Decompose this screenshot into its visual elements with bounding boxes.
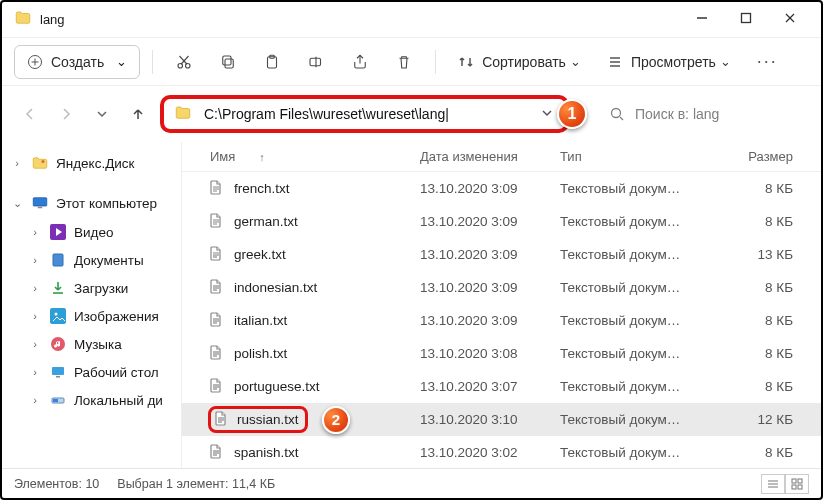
window-title: lang [40,12,65,27]
sidebar-item-label: Музыка [74,337,122,352]
file-icon [208,278,224,297]
search-placeholder: Поиск в: lang [635,106,719,122]
sidebar-item-music[interactable]: › Музыка [24,330,177,358]
chevron-right-icon: › [28,394,42,406]
file-row[interactable]: 2russian.txt13.10.2020 3:10Текстовый док… [182,403,821,436]
chevron-right-icon: › [28,338,42,350]
minimize-button[interactable] [691,10,713,29]
sidebar-item-pictures[interactable]: › Изображения [24,302,177,330]
svg-rect-66 [792,485,796,489]
svg-line-21 [620,117,623,120]
forward-button[interactable] [52,100,80,128]
file-row[interactable]: indonesian.txt13.10.2020 3:09Текстовый д… [182,271,821,304]
file-type: Текстовый докум… [560,346,720,361]
sidebar-item-desktop[interactable]: › Рабочий стол [24,358,177,386]
file-size: 8 КБ [720,214,813,229]
file-size: 8 КБ [720,313,813,328]
annotation-callout-2: 2 [322,406,350,434]
toolbar: Создать ⌄ Сортировать ⌄ Просмотреть ⌄ ··… [2,38,821,86]
sidebar-item-documents[interactable]: › Документы [24,246,177,274]
file-date: 13.10.2020 3:09 [420,181,560,196]
svg-point-22 [42,160,45,163]
column-name[interactable]: Имя [210,149,235,164]
share-button[interactable] [341,46,379,78]
file-icon [208,311,224,330]
file-name: portuguese.txt [234,379,320,394]
chevron-right-icon: › [28,254,42,266]
up-button[interactable] [124,100,152,128]
sidebar-item-downloads[interactable]: › Загрузки [24,274,177,302]
address-dropdown[interactable] [539,105,555,124]
sidebar-item-local-disk[interactable]: › Локальный ди [24,386,177,414]
file-date: 13.10.2020 3:09 [420,247,560,262]
maximize-button[interactable] [735,10,757,29]
svg-rect-64 [792,479,796,483]
file-size: 8 КБ [720,379,813,394]
file-size: 8 КБ [720,280,813,295]
file-type: Текстовый докум… [560,412,720,427]
navigation-pane: › Яндекс.Диск ⌄ Этот компьютер › Видео › [2,142,182,468]
column-date[interactable]: Дата изменения [420,149,560,164]
file-type: Текстовый докум… [560,280,720,295]
create-label: Создать [51,54,104,70]
recent-dropdown[interactable] [88,100,116,128]
separator [152,50,153,74]
svg-rect-24 [38,207,43,209]
column-size[interactable]: Размер [720,149,813,164]
file-type: Текстовый докум… [560,247,720,262]
pictures-icon [48,308,68,324]
file-name: french.txt [234,181,290,196]
file-row[interactable]: spanish.txt13.10.2020 3:02Текстовый доку… [182,436,821,468]
view-button[interactable]: Просмотреть ⌄ [597,46,741,78]
svg-rect-1 [742,14,751,23]
rename-button[interactable] [297,46,335,78]
file-icon [208,179,224,198]
svg-rect-15 [310,58,321,66]
sort-button[interactable]: Сортировать ⌄ [448,46,591,78]
delete-button[interactable] [385,46,423,78]
file-date: 13.10.2020 3:10 [420,412,560,427]
file-list: Имя ↑ Дата изменения Тип Размер french.t… [182,142,821,468]
sidebar-item-yandex-disk[interactable]: › Яндекс.Диск [6,148,177,178]
documents-icon [48,252,68,268]
file-size: 8 КБ [720,346,813,361]
svg-rect-26 [53,254,63,266]
cut-button[interactable] [165,46,203,78]
sidebar-item-video[interactable]: › Видео [24,218,177,246]
file-name: polish.txt [234,346,287,361]
file-size: 12 КБ [720,412,813,427]
view-thumbnails-button[interactable] [785,474,809,494]
address-input[interactable] [202,105,531,123]
file-row[interactable]: german.txt13.10.2020 3:09Текстовый докум… [182,205,821,238]
back-button[interactable] [16,100,44,128]
file-date: 13.10.2020 3:09 [420,313,560,328]
close-button[interactable] [779,10,801,29]
file-date: 13.10.2020 3:07 [420,379,560,394]
file-row[interactable]: greek.txt13.10.2020 3:09Текстовый докум…… [182,238,821,271]
file-row[interactable]: portuguese.txt13.10.2020 3:07Текстовый д… [182,370,821,403]
copy-button[interactable] [209,46,247,78]
separator [435,50,436,74]
file-type: Текстовый докум… [560,214,720,229]
chevron-down-icon: ⌄ [116,54,127,69]
folder-icon [174,104,192,125]
file-row[interactable]: italian.txt13.10.2020 3:09Текстовый доку… [182,304,821,337]
paste-button[interactable] [253,46,291,78]
desktop-icon [48,364,68,380]
more-button[interactable]: ··· [747,46,788,78]
annotation-callout-1: 1 [557,99,587,129]
sidebar-item-label: Локальный ди [74,393,163,408]
file-name: indonesian.txt [234,280,317,295]
sidebar-item-this-pc[interactable]: ⌄ Этот компьютер [6,188,177,218]
column-type[interactable]: Тип [560,149,720,164]
file-icon [213,410,229,429]
create-button[interactable]: Создать ⌄ [14,45,140,79]
search-box[interactable]: Поиск в: lang [577,96,807,132]
svg-rect-27 [50,308,66,324]
view-details-button[interactable] [761,474,785,494]
file-icon [208,245,224,264]
file-row[interactable]: french.txt13.10.2020 3:09Текстовый докум… [182,172,821,205]
address-bar[interactable]: 1 [160,95,569,133]
file-row[interactable]: polish.txt13.10.2020 3:08Текстовый докум… [182,337,821,370]
svg-rect-31 [56,376,60,378]
